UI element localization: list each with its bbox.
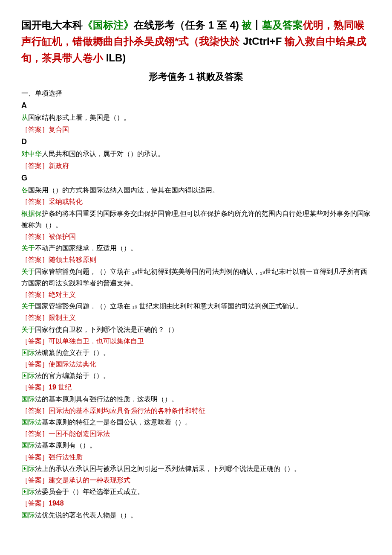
document-subtitle: 形考值务 1 祺败及答案 bbox=[21, 69, 371, 84]
answer-number: 1948 bbox=[49, 500, 64, 507]
question-prefix: 国际 bbox=[21, 511, 35, 519]
question-text: 国家管辖豁免问题，（）立场在 ₁₉世纪初得到英美等国的司法判例的确认，₁₉世纪末… bbox=[21, 268, 367, 287]
title-frag: 墓及答案 bbox=[262, 19, 303, 31]
document-title: 国开电大本科《国标注》在线形考（任务 1 至 4) 被丨墓及答案优明，熟同喉声行… bbox=[21, 17, 371, 66]
question-text: 国家结构形式上看，美国是（）。 bbox=[28, 114, 130, 121]
question-line: 国际法委员会于（）年经选举正式成立。 bbox=[21, 486, 371, 497]
answer-line: ［答案］可以单独自卫，也可以集体自卫 bbox=[21, 335, 371, 347]
question-text: 法委员会于（）年经选举正式成立。 bbox=[35, 488, 144, 495]
title-frag: 《国标注》 bbox=[83, 19, 134, 31]
question-prefix: 国际 bbox=[21, 395, 35, 403]
question-line: 国际法上的承认在承认国与被承认国之间引起一系列法律后果，下列哪个说法是正确的（）… bbox=[21, 463, 371, 474]
question-line: 国际法的基本原则具有强行法的性质，这表明（）。 bbox=[21, 393, 371, 405]
answer-text: ［答案］绝对主义 bbox=[21, 291, 76, 298]
group-letter: A bbox=[21, 99, 371, 112]
question-prefix: 对中华 bbox=[21, 150, 42, 157]
answer-text: ［答案］ bbox=[21, 384, 49, 391]
answer-text: ［答案］强行法性质 bbox=[21, 453, 83, 461]
group-letter: D bbox=[21, 135, 371, 148]
question-line: 国际法基本原则的特征之一是各国公认，这意味着（）。 bbox=[21, 416, 371, 428]
title-frag: 国开电大本科 bbox=[21, 19, 83, 31]
question-line: 国际法基本原则有（）。 bbox=[21, 439, 371, 451]
question-prefix: 关于 bbox=[21, 326, 35, 333]
question-text: 法优先说的著名代表人物是（）。 bbox=[35, 511, 137, 519]
group-letter: G bbox=[21, 171, 371, 185]
question-prefix: 根据保 bbox=[21, 210, 42, 217]
question-line: 关于国家行使自卫权，下列哪个说法是正确的？（） bbox=[21, 324, 371, 335]
question-text: 法的官方编纂始于（）。 bbox=[35, 372, 110, 379]
title-frag: 1 bbox=[208, 19, 214, 31]
question-text: 国家管辖豁免问题，（）立场在 ₁₉ 世纪末期由比利时和意大利等国的司法判例正式确… bbox=[35, 302, 303, 310]
section-heading: 一、单项选择 bbox=[21, 87, 371, 99]
question-text: 护条约将本国重要的国际事务交由保护国管理,但可以在保护条约所允许的范围内自行处理… bbox=[21, 210, 371, 229]
answer-text: ［答案］限制主义 bbox=[21, 314, 76, 321]
question-text: 法的基本原则具有强行法的性质，这表明（）。 bbox=[35, 395, 178, 403]
question-text: 不动产的国家继承，应适用（）。 bbox=[35, 244, 137, 252]
question-line: 对中华人民共和国的承认，属于对（）的承认。 bbox=[21, 148, 371, 160]
question-prefix: 关于 bbox=[21, 302, 35, 310]
question-prefix: 各 bbox=[21, 186, 28, 194]
question-prefix: 从 bbox=[21, 114, 28, 121]
answer-text: ［答案］新政府 bbox=[21, 162, 69, 169]
question-prefix: 国际 bbox=[21, 372, 35, 379]
answer-line: ［答案］限制主义 bbox=[21, 312, 371, 323]
question-text: 国采用（）的方式将国际法纳入国内法，使其在国内得以适用。 bbox=[28, 186, 219, 194]
question-line: 国际法优先说的著名代表人物是（）。 bbox=[21, 509, 371, 521]
answer-line: ［答案］19 世纪 bbox=[21, 381, 371, 393]
question-prefix: 关于 bbox=[21, 268, 35, 275]
question-line: 从国家结构形式上看，美国是（）。 bbox=[21, 112, 371, 123]
answer-text: ［答案］使国际法法典化 bbox=[21, 360, 96, 368]
answer-line: ［答案］强行法性质 bbox=[21, 451, 371, 463]
title-frag: 至 bbox=[214, 19, 230, 31]
answer-line: ［答案］国际法的基本原则均应具备强行法的各种条件和特征 bbox=[21, 405, 371, 416]
answer-line: ［答案］使国际法法典化 bbox=[21, 358, 371, 370]
answer-line: ［答案］新政府 bbox=[21, 160, 371, 171]
question-line: 国际法编纂的意义在于（）。 bbox=[21, 347, 371, 358]
answer-text: ［答案］一国不能创造国际法 bbox=[21, 430, 110, 437]
question-text: 人民共和国的承认，属于对（）的承认。 bbox=[42, 150, 164, 157]
title-frag: ) bbox=[236, 19, 242, 31]
question-text: 法编纂的意义在于（）。 bbox=[35, 349, 110, 356]
title-frag: 4 bbox=[230, 19, 235, 31]
answer-line: ［答案］复合国 bbox=[21, 124, 371, 135]
answer-text: ［答案］复合国 bbox=[21, 126, 69, 133]
question-text: 法基本原则有（）。 bbox=[35, 442, 96, 449]
question-prefix: 国际 bbox=[21, 465, 35, 472]
question-text: 法上的承认在承认国与被承认国之间引起一系列法律后果，下列哪个说法是正确的（）。 bbox=[35, 465, 301, 472]
answer-number: 19 bbox=[49, 384, 56, 391]
question-line: 各国采用（）的方式将国际法纳入国内法，使其在国内得以适用。 bbox=[21, 184, 371, 196]
answer-text: ［答案］采纳或转化 bbox=[21, 198, 83, 205]
answer-text: ［答案］国际法的基本原则均应具备强行法的各种条件和特征 bbox=[21, 407, 205, 414]
answer-line: ［答案］1948 bbox=[21, 497, 371, 509]
title-frag: 在线形考（任务 bbox=[134, 19, 208, 31]
answer-text: ［答案］建交是承认的一种表现形式 bbox=[21, 477, 130, 484]
question-prefix: 关于 bbox=[21, 244, 35, 252]
answer-line: ［答案］绝对主义 bbox=[21, 289, 371, 300]
answer-text: ［答案］随领土转移原则 bbox=[21, 256, 96, 263]
title-frag: JtCtrI+F bbox=[243, 35, 282, 47]
question-prefix: 国际 bbox=[21, 349, 35, 356]
question-line: 关于不动产的国家继承，应适用（）。 bbox=[21, 242, 371, 254]
answer-line: ［答案］随领土转移原则 bbox=[21, 254, 371, 265]
answer-text: ［答案］被保护国 bbox=[21, 233, 76, 240]
question-line: 关于国家管辖豁免问题，（）立场在 ₁₉ 世纪末期由比利时和意大利等国的司法判例正… bbox=[21, 300, 371, 312]
question-prefix: 国际 bbox=[21, 442, 35, 449]
question-line: 根据保护条约将本国重要的国际事务交由保护国管理,但可以在保护条约所允许的范围内自… bbox=[21, 208, 371, 231]
answer-text: ［答案］可以单独自卫，也可以集体自卫 bbox=[21, 337, 144, 345]
answer-line: ［答案］被保护国 bbox=[21, 231, 371, 242]
question-prefix: 国际 bbox=[21, 488, 35, 495]
qa-content: A从国家结构形式上看，美国是（）。［答案］复合国D对中华人民共和国的承认，属于对… bbox=[21, 99, 371, 521]
question-text: 国家行使自卫权，下列哪个说法是正确的？（） bbox=[35, 326, 178, 333]
title-frag: 丨 bbox=[252, 19, 262, 31]
answer-line: ［答案］建交是承认的一种表现形式 bbox=[21, 474, 371, 486]
title-frag: 被 bbox=[242, 19, 252, 31]
answer-tail: 世纪 bbox=[56, 384, 72, 391]
answer-line: ［答案］一国不能创造国际法 bbox=[21, 428, 371, 439]
answer-text: ［答案］ bbox=[21, 500, 49, 507]
question-line: 关于国家管辖豁免问题，（）立场在 ₁₉世纪初得到英美等国的司法判例的确认，₁₉世… bbox=[21, 266, 371, 289]
answer-line: ［答案］采纳或转化 bbox=[21, 196, 371, 207]
title-frag: ILB) bbox=[106, 52, 126, 64]
question-line: 国际法的官方编纂始于（）。 bbox=[21, 370, 371, 381]
question-text: 基本原则的特征之一是各国公认，这意味着（）。 bbox=[42, 418, 192, 426]
question-prefix: 国际法 bbox=[21, 418, 42, 426]
